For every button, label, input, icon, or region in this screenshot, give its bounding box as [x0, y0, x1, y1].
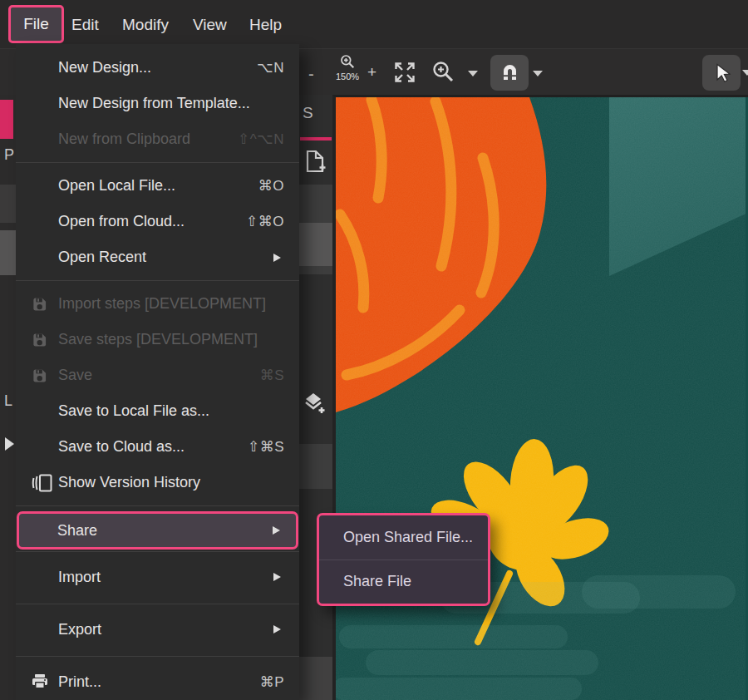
- menu-item-label: Save steps [DEVELOPMENT]: [58, 331, 258, 348]
- canvas-artwork: [336, 97, 746, 700]
- fit-screen-icon[interactable]: [392, 60, 417, 88]
- submenu-item-label: Open Shared File...: [343, 529, 473, 546]
- menu-item-share[interactable]: Share: [17, 511, 298, 550]
- magnet-icon: [499, 62, 521, 84]
- menu-item-open-from-cloud[interactable]: Open from Cloud...⇧⌘O: [16, 204, 299, 239]
- zoom-tool-icon[interactable]: [431, 59, 455, 87]
- left-panel-fragment: P L: [0, 95, 16, 700]
- add-page-icon[interactable]: [303, 150, 327, 178]
- file-menu: New Design...⌥NNew Design from Template.…: [16, 44, 299, 700]
- menu-item-label: Open from Cloud...: [58, 213, 185, 230]
- menubar-file-label: File: [23, 15, 49, 33]
- menu-item-label: Open Local File...: [58, 177, 175, 195]
- menu-item-label: Show Version History: [58, 474, 200, 491]
- menubar-view[interactable]: View: [193, 16, 227, 34]
- list-row[interactable]: [299, 185, 332, 223]
- menu-item-label: Import steps [DEVELOPMENT]: [58, 295, 266, 313]
- submenu-item-open-shared-file[interactable]: Open Shared File...: [319, 515, 488, 560]
- menu-item-open-recent[interactable]: Open Recent: [16, 239, 299, 275]
- submenu-arrow-icon: [273, 573, 281, 581]
- menu-item-label: New from Clipboard: [58, 131, 190, 148]
- menu-item-new-design[interactable]: New Design...⌥N: [16, 50, 299, 86]
- menu-item-import-steps-development: Import steps [DEVELOPMENT]: [16, 286, 299, 322]
- submenu-arrow-icon: [273, 625, 281, 633]
- menu-item-shortcut: ⌘S: [260, 367, 284, 384]
- panel-tab-fragment-right[interactable]: S: [303, 104, 313, 122]
- panel-tab-fragment-left[interactable]: P: [4, 146, 14, 164]
- menu-item-label: Save: [58, 367, 92, 384]
- menu-item-shortcut: ⇧^⌥N: [238, 131, 284, 148]
- list-row-selected[interactable]: [299, 223, 332, 266]
- versions-icon: [32, 474, 53, 492]
- menu-item-save-steps-development: Save steps [DEVELOPMENT]: [16, 322, 299, 357]
- menubar-help[interactable]: Help: [249, 16, 282, 34]
- add-style-icon[interactable]: [303, 392, 326, 418]
- menu-item-label: Share: [57, 522, 97, 540]
- menu-item-shortcut: ⌘P: [260, 673, 284, 691]
- panel-label-fragment: L: [4, 392, 12, 410]
- panel-strip: S: [299, 95, 332, 700]
- cursor-icon: [711, 62, 732, 84]
- menu-item-save: Save⌘S: [16, 357, 299, 393]
- menu-item-shortcut: ⌥N: [257, 59, 284, 76]
- menu-item-label: Print...: [58, 673, 101, 691]
- list-row[interactable]: [299, 266, 332, 274]
- menu-item-import[interactable]: Import: [16, 552, 299, 602]
- printer-icon: [32, 674, 48, 689]
- menu-item-label: Save to Cloud as...: [58, 438, 185, 456]
- submenu-item-share-file[interactable]: Share File: [319, 560, 488, 604]
- noise-overlay: [336, 97, 746, 700]
- snap-dropdown-icon[interactable]: [533, 71, 543, 76]
- zoom-out-button[interactable]: -: [308, 65, 314, 84]
- menu-item-save-to-local-file-as[interactable]: Save to Local File as...: [16, 393, 299, 429]
- menu-item-label: New Design from Template...: [58, 95, 250, 112]
- menu-item-show-version-history[interactable]: Show Version History: [16, 465, 299, 500]
- list-row[interactable]: [0, 185, 16, 223]
- menu-item-open-local-file[interactable]: Open Local File...⌘O: [16, 168, 299, 204]
- canvas[interactable]: [332, 95, 748, 700]
- list-row[interactable]: [299, 444, 332, 489]
- zoom-indicator-icon: [339, 53, 356, 70]
- menu-item-shortcut: ⇧⌘O: [246, 213, 284, 230]
- menu-item-new-design-from-template[interactable]: New Design from Template...: [16, 86, 299, 121]
- active-tab-indicator[interactable]: [0, 100, 13, 139]
- share-submenu: Open Shared File...Share File: [317, 513, 490, 606]
- zoom-level: 150%: [331, 71, 364, 81]
- menubar-file[interactable]: File: [8, 5, 64, 43]
- snap-magnet-button[interactable]: [490, 55, 529, 91]
- save-icon: [32, 332, 47, 348]
- submenu-arrow-icon: [273, 526, 280, 535]
- menu-item-shortcut: ⇧⌘S: [248, 438, 284, 456]
- menubar-edit[interactable]: Edit: [71, 16, 99, 34]
- menubar-modify[interactable]: Modify: [122, 16, 169, 34]
- menu-separator: [16, 280, 299, 281]
- submenu-item-label: Share File: [343, 573, 411, 590]
- save-icon: [32, 296, 47, 312]
- app-window: P L S - 150% +: [0, 0, 748, 700]
- menu-item-label: Import: [58, 569, 101, 586]
- menu-item-new-from-clipboard: New from Clipboard⇧^⌥N: [16, 121, 299, 157]
- menu-item-shortcut: ⌘O: [258, 177, 284, 195]
- menu-bar: File Edit Modify View Help: [0, 0, 748, 48]
- select-tool-button[interactable]: [702, 55, 741, 91]
- submenu-arrow-icon: [273, 254, 281, 262]
- select-tool-dropdown-icon[interactable]: [742, 70, 748, 76]
- zoom-tool-dropdown-icon[interactable]: [468, 71, 478, 76]
- menu-separator: [16, 505, 299, 506]
- save-icon: [32, 367, 47, 383]
- menu-item-label: Export: [58, 621, 101, 638]
- menu-separator: [16, 162, 299, 163]
- menu-item-label: Save to Local File as...: [58, 402, 209, 420]
- list-row[interactable]: [299, 657, 332, 700]
- zoom-in-button[interactable]: +: [367, 63, 376, 81]
- menu-item-print[interactable]: Print...⌘P: [16, 657, 299, 700]
- menu-item-label: New Design...: [58, 59, 151, 76]
- menu-item-export[interactable]: Export: [16, 604, 299, 654]
- list-row[interactable]: [0, 230, 16, 275]
- menu-item-label: Open Recent: [58, 249, 146, 266]
- tab-underline: [300, 137, 332, 140]
- menu-item-save-to-cloud-as[interactable]: Save to Cloud as...⇧⌘S: [16, 429, 299, 465]
- zoom-indicator[interactable]: 150%: [331, 53, 364, 81]
- expand-triangle-icon[interactable]: [5, 437, 14, 451]
